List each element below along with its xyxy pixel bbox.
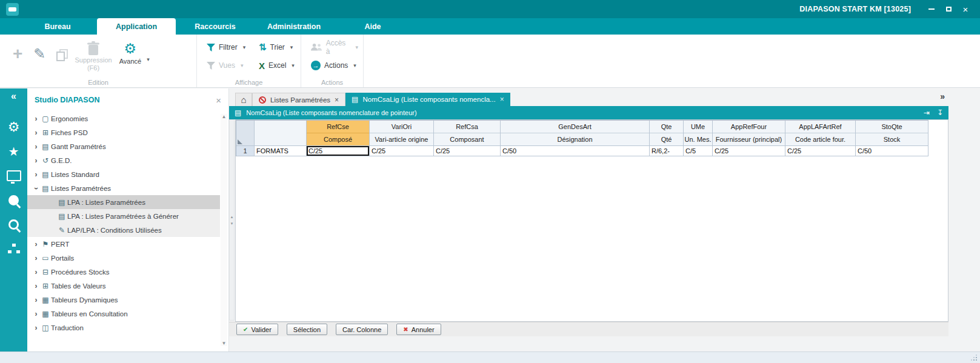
tree-item-pert[interactable]: ›⚑PERT <box>27 237 220 251</box>
tree-item-gantt[interactable]: ›▤Gantt Paramétrés <box>27 139 220 153</box>
tree-item-tableurs-dynamiques[interactable]: ›▦Tableurs Dynamiques <box>27 293 220 307</box>
tree-item-fiches-psd[interactable]: ›⊞Fiches PSD <box>27 125 220 139</box>
tree-item-label: Procédures Stocks <box>51 268 110 276</box>
row-label-cell[interactable]: FORMATS <box>255 146 307 156</box>
column-char-button[interactable]: Car. Colonne <box>336 324 388 335</box>
home-tab-button[interactable]: ⌂ <box>235 93 252 106</box>
download-icon[interactable]: ↧ <box>937 108 943 117</box>
filter-label: Filtrer <box>219 43 238 52</box>
lpa-listes-icon: ▤ <box>56 198 67 207</box>
lpa-generer-icon: ▤ <box>56 212 67 221</box>
column-header-qte[interactable]: Qte Qté <box>650 121 684 146</box>
grid-panel: RefCse Composé VariOri Vari-article orig… <box>235 119 948 322</box>
tree-item-tables-de-valeurs[interactable]: ›⊞Tables de Valeurs <box>27 279 220 293</box>
actions-button[interactable]: → Actions ▾ <box>308 59 361 72</box>
column-header-gendesart[interactable]: GenDesArt Désignation <box>501 121 650 146</box>
column-header-apprefour[interactable]: AppRefFour Fournisseur (principal) <box>713 121 785 146</box>
advanced-search-nav-button[interactable] <box>0 212 27 236</box>
advanced-dropdown-icon[interactable]: ▾ <box>147 56 150 62</box>
cell-editor-input[interactable] <box>307 146 369 156</box>
tab-close-icon[interactable]: × <box>335 96 339 104</box>
panel-splitter[interactable]: ▴ ▾ <box>229 119 235 321</box>
delete-button[interactable]: Suppression (F6) <box>71 41 115 72</box>
menu-raccourcis[interactable]: Raccourcis <box>176 18 255 35</box>
scroll-up-icon[interactable]: ▲ <box>222 114 227 119</box>
gear-icon: ⚙ <box>8 119 20 135</box>
grid-cell[interactable]: C/50 <box>501 146 650 156</box>
tree-item-label: Tables de Valeurs <box>51 282 106 290</box>
search-nav-button[interactable] <box>0 188 27 212</box>
cancel-button[interactable]: ✖Annuler <box>396 324 441 335</box>
column-header-stoqte[interactable]: StoQte Stock <box>856 121 928 146</box>
sidebar-scrollbar[interactable]: ▲ ▼ <box>221 114 227 346</box>
settings-nav-button[interactable]: ⚙ <box>0 115 27 139</box>
grid-cell[interactable]: C/50 <box>856 146 928 156</box>
grid-cell[interactable]: C/25 <box>434 146 501 156</box>
collapse-icon: « <box>11 91 16 102</box>
menu-bureau[interactable]: Bureau <box>18 18 97 35</box>
desktop-nav-button[interactable] <box>0 164 27 188</box>
favorites-nav-button[interactable]: ★ <box>0 139 27 164</box>
copy-button[interactable] <box>51 42 71 66</box>
menu-administration[interactable]: Administration <box>255 18 333 35</box>
selection-button[interactable]: Sélection <box>287 324 327 335</box>
window-title: DIAPASON START KM [13025] <box>799 5 911 13</box>
column-header-refcsa[interactable]: RefCsa Composant <box>434 121 501 146</box>
resize-grip[interactable] <box>972 355 977 361</box>
select-all-corner[interactable] <box>236 121 255 146</box>
tab-overflow-icon[interactable]: » <box>940 92 945 101</box>
maximize-button[interactable] <box>940 2 957 16</box>
column-header-rowlabel[interactable] <box>255 121 307 146</box>
menu-application[interactable]: Application <box>97 18 176 35</box>
sidebar-close-icon[interactable]: × <box>216 95 221 105</box>
tree-item-ergonomies[interactable]: ›▢Ergonomies <box>27 112 220 125</box>
menu-aide[interactable]: Aide <box>333 18 412 35</box>
column-header-applafartref[interactable]: AppLAFArtRef Code article four. <box>785 121 856 146</box>
ged-icon: ↺ <box>40 156 51 165</box>
grid-cell[interactable]: R/6,2- <box>650 146 684 156</box>
grid-cell-editing[interactable] <box>307 146 370 156</box>
tab-close-icon[interactable]: × <box>500 95 504 104</box>
column-header-variori[interactable]: VariOri Vari-article origine <box>370 121 434 146</box>
tree-item-lpa-a-generer[interactable]: ▤LPA : Listes Paramétrées à Générer <box>27 209 220 223</box>
document-icon: ▤ <box>235 108 241 117</box>
gantt-icon: ▤ <box>40 142 51 151</box>
close-button[interactable]: × <box>957 2 974 16</box>
access-button[interactable]: Accès à ▾ <box>308 38 361 57</box>
chevron-right-icon: › <box>32 296 40 304</box>
tree-item-listes-standard[interactable]: ›▤Listes Standard <box>27 167 220 181</box>
grid-cell[interactable]: C/25 <box>713 146 785 156</box>
row-number[interactable]: 1 <box>236 146 255 156</box>
go-to-end-icon[interactable]: ⇥ <box>924 108 930 117</box>
ribbon: + ✎ Suppression (F6) ⚙ Avancé ▾ Edition <box>0 35 980 88</box>
minimize-button[interactable] <box>923 2 940 16</box>
grid-cell[interactable]: C/5 <box>684 146 713 156</box>
advanced-button[interactable]: ⚙ Avancé <box>116 41 145 65</box>
grid-cell[interactable]: C/25 <box>785 146 856 156</box>
scroll-down-icon[interactable]: ▼ <box>222 341 227 346</box>
hierarchy-nav-button[interactable] <box>0 236 27 261</box>
validate-button[interactable]: ✔Valider <box>236 324 278 335</box>
tableurs-consultation-icon: ▦ <box>40 310 51 318</box>
tree-item-tableurs-consultation[interactable]: ›▦Tableurs en Consultation <box>27 307 220 321</box>
tab-listes-parametrees[interactable]: Listes Paramétrées × <box>252 93 345 106</box>
tree-item-label: Traduction <box>51 324 84 331</box>
tree-item-conditions-utilisees[interactable]: ✎LAP/LPA : Conditions Utilisées <box>27 223 220 237</box>
column-header-ume[interactable]: UMe Un. Mes. <box>684 121 713 146</box>
filter-button[interactable]: Filtrer ▾ <box>204 42 256 53</box>
tree-item-lpa-listes-parametrees[interactable]: ▤LPA : Listes Paramétrées <box>27 195 220 209</box>
tree-item-listes-parametrees[interactable]: ›▤Listes Paramétrées <box>27 181 220 195</box>
chevron-right-icon: › <box>32 324 40 332</box>
tree-item-traduction[interactable]: ›◫Traduction <box>27 321 220 335</box>
tree-item-ged[interactable]: ›↺G.E.D. <box>27 153 220 167</box>
edition-group-label: Edition <box>0 79 196 86</box>
column-header-refcse[interactable]: RefCse Composé <box>307 121 370 146</box>
tree-item-portails[interactable]: ›▭Portails <box>27 251 220 265</box>
collapse-sidebar-button[interactable]: « <box>0 88 27 104</box>
tab-nomcsalig[interactable]: ▤ NomCsaLig (Liste composants nomencla..… <box>345 93 510 106</box>
edit-button[interactable]: ✎ <box>28 42 51 66</box>
tree-item-procedures-stocks[interactable]: ›⊟Procédures Stocks <box>27 265 220 279</box>
views-button[interactable]: Vues ▾ <box>204 60 256 71</box>
grid-cell[interactable]: C/25 <box>370 146 434 156</box>
add-button[interactable]: + <box>7 42 28 66</box>
